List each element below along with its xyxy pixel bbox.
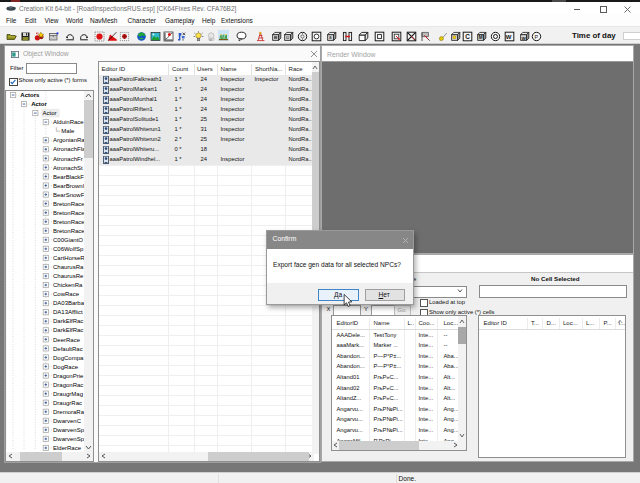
svg-text:DA03Barba: DA03Barba — [53, 300, 85, 306]
svg-text:Actors: Actors — [20, 92, 40, 98]
svg-text:BearBrownI: BearBrownI — [53, 183, 85, 189]
svg-text:Actor: Actor — [31, 101, 47, 107]
svg-text:ChaurusRa: ChaurusRa — [53, 264, 84, 270]
svg-text:ElderRace: ElderRace — [53, 445, 82, 451]
svg-text:DraugrRac: DraugrRac — [53, 400, 82, 406]
svg-text:DwarvenSp: DwarvenSp — [53, 436, 85, 442]
svg-text:DogRace: DogRace — [53, 364, 79, 370]
svg-text:ChickenRa: ChickenRa — [53, 282, 83, 288]
svg-text:DA13Afflict: DA13Afflict — [53, 309, 83, 315]
svg-text:BearSnowF: BearSnowF — [53, 192, 85, 198]
svg-text:w: w — [209, 37, 212, 42]
svg-text:DraugrMag: DraugrMag — [53, 391, 83, 397]
svg-text:C06WolfSp: C06WolfSp — [53, 246, 84, 252]
svg-text:BretonRace: BretonRace — [53, 228, 85, 234]
svg-text:DeerRace: DeerRace — [53, 337, 81, 343]
svg-text:DragonRac: DragonRac — [53, 382, 83, 388]
svg-text:ChaurusRe: ChaurusRe — [53, 273, 84, 279]
svg-text:AtronachFla: AtronachFla — [53, 147, 86, 153]
svg-text:AlduinRace: AlduinRace — [53, 119, 84, 125]
svg-text:Male: Male — [61, 128, 75, 134]
svg-text:AtronachSt: AtronachSt — [53, 165, 83, 171]
svg-text:C00GiantO: C00GiantO — [53, 237, 83, 243]
svg-text:BretonRace: BretonRace — [53, 210, 85, 216]
svg-text:DwarvenC: DwarvenC — [53, 418, 82, 424]
svg-text:DarkElfRac: DarkElfRac — [53, 318, 83, 324]
svg-text:BearBlackF: BearBlackF — [53, 174, 84, 180]
svg-text:P: P — [534, 34, 538, 40]
svg-text:C: C — [465, 33, 470, 40]
svg-text:M: M — [478, 34, 482, 40]
svg-text:DragonPrie: DragonPrie — [53, 373, 84, 379]
svg-text:CowRace: CowRace — [53, 291, 80, 297]
svg-text:Actor: Actor — [43, 110, 57, 116]
svg-text:BretonRace: BretonRace — [53, 219, 85, 225]
svg-text:DwarvenSp: DwarvenSp — [53, 427, 85, 433]
svg-text:a: a — [329, 35, 332, 40]
svg-text:AtronachFr: AtronachFr — [53, 156, 83, 162]
svg-text:ArgonianRa: ArgonianRa — [53, 137, 85, 143]
svg-text:w: w — [520, 35, 525, 41]
svg-text:DefaultRac: DefaultRac — [53, 346, 83, 352]
svg-text:BretonRace: BretonRace — [53, 201, 85, 207]
svg-text:DogCompa: DogCompa — [53, 355, 84, 361]
svg-text:DremoraRa: DremoraRa — [53, 409, 85, 415]
svg-text:CartHorseR: CartHorseR — [53, 255, 85, 261]
svg-text:W: W — [505, 34, 511, 40]
svg-text:DarkElfRac: DarkElfRac — [53, 328, 83, 334]
